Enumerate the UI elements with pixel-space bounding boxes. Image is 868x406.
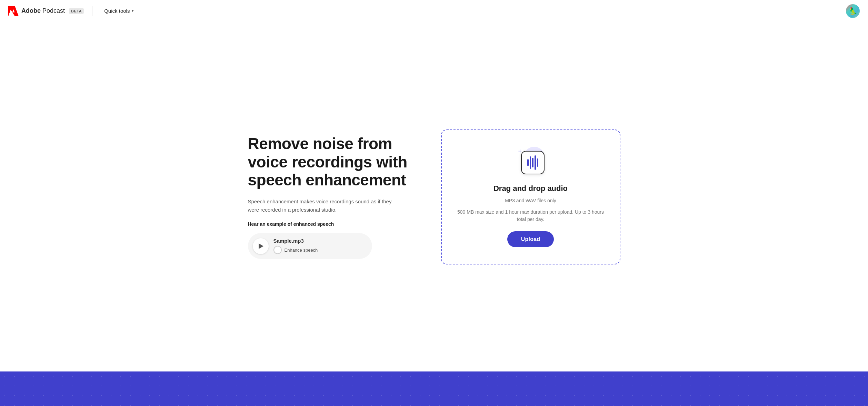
waveform-bar <box>535 155 536 170</box>
audio-player[interactable]: Sample.mp3 Enhance speech <box>248 233 372 259</box>
waveform-box <box>521 151 545 174</box>
avatar-image: 🦜 <box>846 4 860 18</box>
waveform-bar <box>527 159 529 166</box>
drop-subtitle2: 500 MB max size and 1 hour max duration … <box>456 209 606 223</box>
drop-zone-icon-area: + <box>517 147 545 174</box>
audio-info: Sample.mp3 Enhance speech <box>273 238 318 254</box>
waveform-bar <box>532 158 533 167</box>
adobe-logo: Adobe Podcast BETA <box>8 6 84 16</box>
audio-filename: Sample.mp3 <box>273 238 318 244</box>
left-section: Remove noise from voice recordings with … <box>248 135 413 259</box>
chevron-down-icon: ▾ <box>132 9 134 13</box>
right-section: + Drag and drop audio MP3 and WAV files … <box>441 129 620 264</box>
example-link[interactable]: Hear an example of enhanced speech <box>248 221 334 227</box>
play-button[interactable] <box>253 238 269 254</box>
waveform-bar <box>530 156 531 169</box>
drop-title: Drag and drop audio <box>493 184 568 193</box>
beta-badge: BETA <box>69 8 84 14</box>
drop-subtitle1: MP3 and WAV files only <box>505 197 556 204</box>
app-header: Adobe Podcast BETA Quick tools ▾ 🦜 <box>0 0 868 22</box>
enhance-toggle: Enhance speech <box>273 246 318 254</box>
toggle-circle-icon <box>273 246 282 254</box>
drop-zone[interactable]: + Drag and drop audio MP3 and WAV files … <box>441 129 620 264</box>
quick-tools-label: Quick tools <box>104 8 130 14</box>
enhance-label: Enhance speech <box>285 248 318 253</box>
upload-button[interactable]: Upload <box>507 231 554 247</box>
main-content: Remove noise from voice recordings with … <box>0 22 868 371</box>
hero-description: Speech enhancement makes voice recording… <box>248 197 393 214</box>
footer <box>0 371 868 406</box>
header-left: Adobe Podcast BETA Quick tools ▾ <box>8 6 137 16</box>
avatar[interactable]: 🦜 <box>846 4 860 18</box>
hero-title: Remove noise from voice recordings with … <box>248 135 413 190</box>
play-icon <box>259 243 263 249</box>
svg-marker-1 <box>8 6 12 16</box>
waveform-bar <box>537 158 538 167</box>
quick-tools-button[interactable]: Quick tools ▾ <box>101 6 137 16</box>
header-divider <box>92 6 92 16</box>
plus-icon: + <box>518 148 522 154</box>
brand-name: Adobe Podcast <box>21 7 65 14</box>
adobe-logo-icon <box>8 6 19 16</box>
